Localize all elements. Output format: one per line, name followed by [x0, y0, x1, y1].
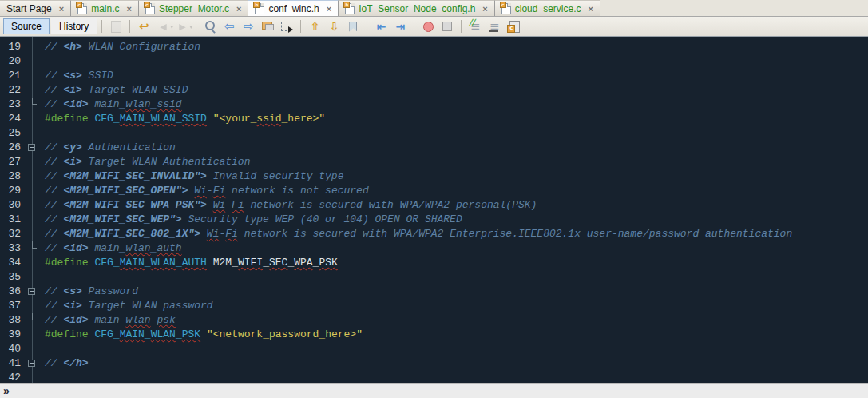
code-text — [39, 54, 45, 69]
code-text: // <y> Authentication — [39, 141, 176, 155]
comment-icon[interactable] — [466, 18, 484, 34]
header-source-toggle-icon[interactable] — [505, 18, 522, 34]
tab-close-icon[interactable]: × — [589, 4, 593, 14]
fold-collapse-box[interactable] — [28, 288, 35, 295]
history-view-button[interactable]: History — [51, 18, 97, 34]
uncomment-icon[interactable] — [486, 18, 503, 34]
tab-stepper-motor-c[interactable]: cStepper_Motor.c× — [139, 0, 249, 16]
fold-collapse-box[interactable] — [28, 144, 35, 151]
code-line[interactable]: 23// <id> main_wlan_ssid — [0, 98, 868, 112]
code-line[interactable]: 42 — [0, 371, 868, 383]
code-line[interactable]: 39#define CFG_MAIN_WLAN_PSK "<network_pa… — [0, 328, 868, 342]
code-line[interactable]: 37// <i> Target WLAN password — [0, 299, 868, 313]
line-number[interactable]: 37 — [0, 299, 26, 313]
tab-close-icon[interactable]: × — [482, 4, 487, 14]
diff-sidebar-icon[interactable] — [107, 18, 125, 34]
line-number[interactable]: 25 — [0, 126, 26, 141]
line-number[interactable]: 27 — [0, 155, 26, 169]
tab-close-icon[interactable]: × — [327, 4, 331, 14]
line-number[interactable]: 30 — [0, 198, 26, 213]
code-line[interactable]: 30// <M2M_WIFI_SEC_WPA_PSK"> Wi-Fi netwo… — [0, 198, 868, 213]
toggle-highlight-icon[interactable] — [259, 18, 276, 34]
tab-cloud-service-c[interactable]: ccloud_service.c× — [495, 0, 600, 16]
code-line[interactable]: 32// <M2M_WIFI_SEC_802_1X"> Wi-Fi networ… — [0, 227, 868, 241]
code-line[interactable]: 36// <s> Password — [0, 285, 868, 299]
line-number[interactable]: 23 — [0, 98, 26, 112]
tab-close-icon[interactable]: × — [236, 4, 241, 14]
line-number[interactable]: 36 — [0, 285, 26, 299]
expand-chevron-icon[interactable]: » — [3, 384, 10, 397]
tab-bar: Start Page×cmain.c×cStepper_Motor.c×hcon… — [0, 0, 868, 17]
source-view-button[interactable]: Source — [3, 18, 50, 34]
line-number[interactable]: 19 — [0, 40, 26, 54]
toggle-bookmark-icon[interactable] — [344, 18, 362, 34]
code-line[interactable]: 35 — [0, 270, 868, 285]
shift-right-icon[interactable] — [391, 18, 409, 34]
find-previous-icon[interactable] — [220, 18, 238, 34]
tab-close-icon[interactable]: × — [59, 4, 64, 14]
code-editor[interactable]: 19// <h> WLAN Configuration2021// <s> SS… — [0, 37, 868, 383]
line-number[interactable]: 31 — [0, 213, 26, 227]
fold-indicator — [26, 83, 39, 98]
line-number[interactable]: 41 — [0, 356, 26, 371]
tab-label: cloud_service.c — [515, 3, 581, 14]
next-bookmark-icon[interactable] — [325, 18, 343, 34]
code-line[interactable]: 22// <i> Target WLAN SSID — [0, 83, 868, 98]
code-text: // <id> main_wlan_auth — [39, 241, 182, 256]
fold-collapse-box[interactable] — [28, 360, 35, 367]
line-number[interactable]: 26 — [0, 141, 26, 155]
back-icon[interactable] — [154, 18, 172, 34]
code-line[interactable]: 38// <id> main_wlan_psk — [0, 313, 868, 328]
tab-conf-winc-h[interactable]: hconf_winc.h× — [248, 0, 339, 16]
line-number[interactable]: 35 — [0, 270, 26, 285]
stop-macro-icon[interactable] — [438, 18, 456, 34]
code-line[interactable]: 40 — [0, 342, 868, 356]
line-number[interactable]: 38 — [0, 313, 26, 328]
line-number[interactable]: 24 — [0, 112, 26, 126]
code-line[interactable]: 27// <i> Target WLAN Authentication — [0, 155, 868, 169]
line-number[interactable]: 32 — [0, 227, 26, 241]
find-next-icon[interactable] — [240, 18, 257, 34]
code-line[interactable]: 26// <y> Authentication — [0, 141, 868, 155]
fold-indicator — [26, 98, 39, 112]
tab-close-icon[interactable]: × — [126, 4, 131, 14]
code-line[interactable]: 28// <M2M_WIFI_SEC_INVALID"> Invalid sec… — [0, 169, 868, 184]
code-text: // <h> WLAN Configuration — [39, 40, 200, 54]
line-number[interactable]: 29 — [0, 184, 26, 198]
line-number[interactable]: 28 — [0, 169, 26, 184]
find-selection-icon[interactable] — [201, 18, 219, 34]
record-macro-icon[interactable] — [419, 18, 437, 34]
code-line[interactable]: 19// <h> WLAN Configuration — [0, 40, 868, 54]
code-line[interactable]: 41// </h> — [0, 356, 868, 371]
code-line[interactable]: 25 — [0, 126, 868, 141]
line-number[interactable]: 22 — [0, 83, 26, 98]
toolbar-separator — [414, 20, 414, 33]
line-number[interactable]: 20 — [0, 54, 26, 69]
code-line[interactable]: 31// <M2M_WIFI_SEC_WEP"> Security type W… — [0, 213, 868, 227]
code-line[interactable]: 21// <s> SSID — [0, 69, 868, 83]
fold-indicator — [26, 256, 39, 270]
file-type-badge: h — [253, 2, 260, 8]
shift-left-icon[interactable] — [372, 18, 390, 34]
file-icon: c — [501, 3, 511, 14]
code-line[interactable]: 24#define CFG_MAIN_WLAN_SSID "<your_ssid… — [0, 112, 868, 126]
code-line[interactable]: 29// <M2M_WIFI_SEC_OPEN"> Wi-Fi network … — [0, 184, 868, 198]
forward-icon[interactable] — [173, 18, 191, 34]
line-number[interactable]: 34 — [0, 256, 26, 270]
tab-main-c[interactable]: cmain.c× — [71, 0, 139, 16]
previous-bookmark-icon[interactable] — [306, 18, 323, 34]
last-edit-icon[interactable] — [135, 18, 153, 34]
tab-start-page[interactable]: Start Page× — [0, 0, 71, 16]
line-number[interactable]: 39 — [0, 328, 26, 342]
line-number[interactable]: 33 — [0, 241, 26, 256]
code-line[interactable]: 34#define CFG_MAIN_WLAN_AUTH M2M_WIFI_SE… — [0, 256, 868, 270]
line-number[interactable]: 40 — [0, 342, 26, 356]
code-lines: 19// <h> WLAN Configuration2021// <s> SS… — [0, 40, 868, 383]
line-number[interactable]: 21 — [0, 69, 26, 83]
code-line[interactable]: 33// <id> main_wlan_auth — [0, 241, 868, 256]
code-line[interactable]: 20 — [0, 54, 868, 69]
tab-iot-sensor-node-config-h[interactable]: hIoT_Sensor_Node_config.h× — [339, 0, 495, 16]
line-number[interactable]: 42 — [0, 371, 26, 383]
fold-indicator — [26, 313, 39, 328]
rectangular-selection-icon[interactable] — [278, 18, 295, 34]
